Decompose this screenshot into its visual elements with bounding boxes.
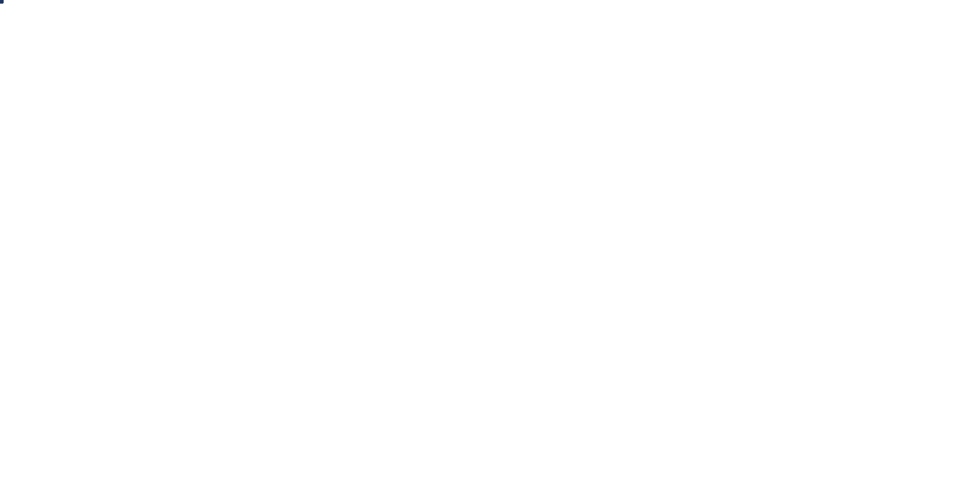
dotted-group-container [0, 0, 3, 3]
connectors-layer [0, 0, 980, 490]
